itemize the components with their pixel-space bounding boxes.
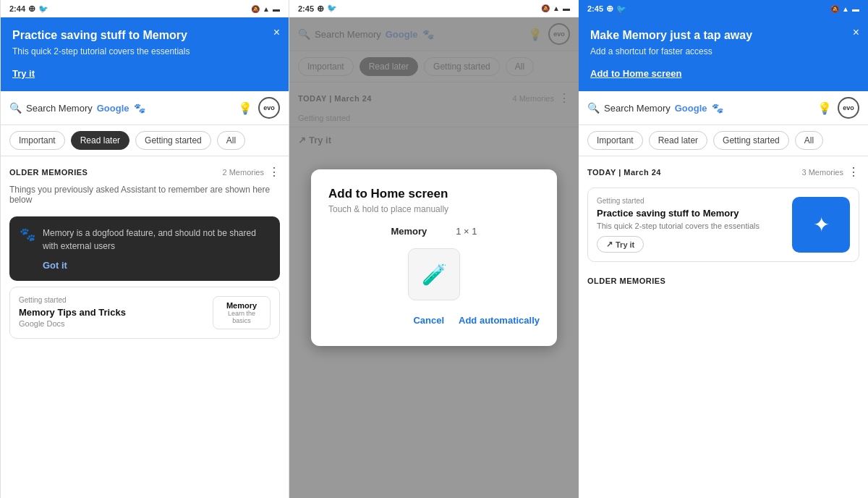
dogfood-text: Memory is a dogfood feature, and should …	[43, 227, 270, 253]
search-memory-text-3: Search Memory	[604, 103, 671, 114]
avatar-1[interactable]: evo	[258, 97, 280, 119]
card-label: Getting started	[19, 296, 205, 304]
try-it-button-3[interactable]: ↗ Try it	[597, 236, 644, 253]
search-icon-3: 🔍	[587, 102, 600, 114]
section-title-3: TODAY | March 24	[587, 168, 661, 177]
older-memories-header: OLDER MEMORIES 2 Memories ⋮	[1, 156, 289, 182]
status-icons-1: 🔕 ▲ ▬	[251, 5, 280, 13]
wifi-icon-3: ▲	[842, 5, 849, 13]
status-bar-2: 2:45 ⊕ 🐦 🔕 ▲ ▬	[289, 0, 579, 17]
dogfood-card: 🐾 Memory is a dogfood feature, and shoul…	[9, 216, 280, 281]
banner-subtitle-3: Add a shortcut for faster access	[590, 46, 856, 56]
add-to-home-modal: Add to Home screen Touch & hold to place…	[311, 169, 557, 346]
card-title: Memory Tips and Tricks	[19, 307, 205, 318]
status-bar-1: 2:44 ⊕ 🐦 🔕 ▲ ▬	[1, 0, 289, 17]
status-bar-3: 2:45 ⊕ 🐦 🔕 ▲ ▬	[579, 0, 868, 17]
panel-1: 2:44 ⊕ 🐦 🔕 ▲ ▬ Practice saving stuff to …	[0, 0, 289, 498]
older-memories-header-3: OLDER MEMORIES	[579, 268, 868, 288]
search-actions-3: 💡 evo	[817, 97, 859, 119]
gs-desc: This quick 2-step tutorial covers the es…	[597, 221, 785, 230]
cancel-button[interactable]: Cancel	[413, 312, 444, 329]
status-icons-3: 🔕 ▲ ▬	[830, 5, 859, 13]
try-it-icon-3: ↗	[606, 240, 613, 249]
thumb-sub: Learn the basics	[218, 310, 265, 324]
mute-icon-3: 🔕	[830, 5, 839, 13]
battery-icon-3: ▬	[852, 5, 859, 13]
banner-title: Practice saving stuff to Memory	[12, 29, 277, 42]
battery-icon-2: ▬	[563, 4, 570, 12]
gs-title: Practice saving stuff to Memory	[597, 208, 785, 219]
modal-app-label: Memory	[391, 226, 427, 237]
search-input-wrap-3[interactable]: 🔍 Search Memory Google 🐾	[587, 102, 812, 114]
panel-2: 2:45 ⊕ 🐦 🔕 ▲ ▬ 🔍 Search Memory Google 🐾	[289, 0, 579, 498]
memory-tips-card: Getting started Memory Tips and Tricks G…	[9, 287, 280, 339]
gs-label: Getting started	[597, 197, 785, 205]
modal-app-icon: 🧪	[408, 248, 460, 300]
modal-title: Add to Home screen	[328, 187, 540, 201]
gs-thumbnail: ✦	[792, 197, 850, 253]
search-actions: 💡 evo	[238, 97, 280, 119]
dots-icon-3[interactable]: ⋮	[848, 165, 859, 179]
filter-tabs-1: Important Read later Getting started All	[1, 125, 289, 156]
today-header-3: TODAY | March 24 3 Memories ⋮	[579, 156, 868, 182]
mute-icon-2: 🔕	[541, 4, 550, 12]
card-sub: Google Docs	[19, 319, 205, 328]
modal-icon-row: Memory 1 × 1	[328, 226, 540, 237]
search-bar-3: 🔍 Search Memory Google 🐾 💡 evo	[579, 91, 868, 125]
section-title-1: OLDER MEMORIES	[9, 168, 88, 177]
tab-read-later[interactable]: Read later	[71, 131, 129, 150]
gs-text: Getting started Practice saving stuff to…	[597, 197, 785, 253]
tab-getting-started-3[interactable]: Getting started	[713, 131, 789, 150]
search-input-wrap[interactable]: 🔍 Search Memory Google 🐾	[9, 102, 232, 114]
avatar-3[interactable]: evo	[838, 97, 859, 119]
add-automatically-button[interactable]: Add automatically	[459, 312, 540, 329]
banner-title-3: Make Memory just a tap away	[590, 29, 856, 42]
battery-icon: ▬	[273, 5, 280, 13]
search-memory-text: Search Memory	[26, 103, 93, 114]
try-it-link[interactable]: Try it	[12, 68, 35, 79]
tab-all[interactable]: All	[217, 131, 245, 150]
modal-size: 1 × 1	[456, 226, 477, 237]
wifi-icon: ▲	[263, 5, 270, 13]
content-area-3: TODAY | March 24 3 Memories ⋮ Getting st…	[579, 156, 868, 498]
getting-started-card-3: Getting started Practice saving stuff to…	[587, 187, 859, 262]
tab-getting-started[interactable]: Getting started	[135, 131, 211, 150]
banner-close-button-3[interactable]: ×	[853, 26, 859, 39]
older-section-title: OLDER MEMORIES	[587, 277, 665, 285]
section-meta-3: 3 Memories ⋮	[802, 165, 859, 179]
time-2: 2:45 ⊕ 🐦	[298, 4, 337, 14]
time-3: 2:45 ⊕ 🐦	[587, 4, 626, 14]
info-text-1: Things you previously asked Assistant to…	[1, 182, 289, 211]
search-bar-1: 🔍 Search Memory Google 🐾 💡 evo	[1, 91, 289, 125]
thumb-title: Memory	[226, 301, 257, 310]
modal-overlay: Add to Home screen Touch & hold to place…	[289, 17, 579, 498]
search-google-text: Google	[97, 103, 129, 114]
modal-subtitle: Touch & hold to place manually	[328, 204, 540, 214]
panel-3: 2:45 ⊕ 🐦 🔕 ▲ ▬ Make Memory just a tap aw…	[579, 0, 868, 498]
paw-icon: 🐾	[134, 103, 145, 114]
time-1: 2:44 ⊕ 🐦	[9, 4, 48, 14]
card-snippet-text: Getting started Memory Tips and Tricks G…	[19, 296, 205, 329]
filter-tabs-3: Important Read later Getting started All	[579, 125, 868, 156]
paw-icon-3: 🐾	[712, 103, 723, 114]
tab-important-3[interactable]: Important	[587, 131, 643, 150]
home-screen-banner: Make Memory just a tap away Add a shortc…	[579, 17, 868, 91]
add-home-link[interactable]: Add to Home screen	[590, 68, 681, 79]
banner-close-button[interactable]: ×	[273, 26, 280, 39]
search-icon: 🔍	[9, 102, 22, 114]
tab-important[interactable]: Important	[9, 131, 65, 150]
card-thumbnail: Memory Learn the basics	[213, 296, 271, 329]
tab-all-3[interactable]: All	[795, 131, 823, 150]
got-it-link[interactable]: Got it	[43, 260, 270, 271]
banner-subtitle: This quick 2-step tutorial covers the es…	[12, 46, 277, 56]
bulb-icon[interactable]: 💡	[238, 101, 252, 115]
search-google-text-3: Google	[675, 103, 707, 114]
tutorial-banner: Practice saving stuff to Memory This qui…	[1, 17, 289, 91]
magic-icon: ✦	[813, 213, 830, 237]
dogfood-icon: 🐾	[20, 227, 35, 242]
modal-actions: Cancel Add automatically	[328, 312, 540, 329]
status-icons-2: 🔕 ▲ ▬	[541, 4, 570, 12]
bulb-icon-3[interactable]: 💡	[817, 101, 832, 115]
tab-read-later-3[interactable]: Read later	[649, 131, 707, 150]
dots-menu-icon[interactable]: ⋮	[268, 165, 280, 179]
